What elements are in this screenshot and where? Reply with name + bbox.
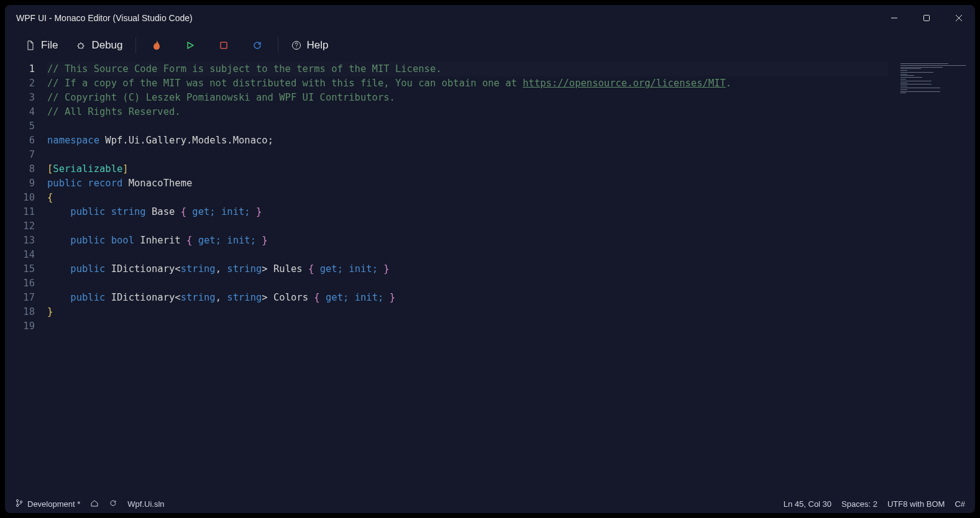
status-reload[interactable] — [109, 499, 117, 509]
help-menu-label: Help — [307, 39, 329, 52]
close-button[interactable] — [943, 5, 975, 31]
debug-menu[interactable]: Debug — [66, 35, 131, 55]
svg-rect-12 — [221, 42, 227, 48]
bug-icon — [75, 40, 86, 51]
status-cursor-label: Ln 45, Col 30 — [784, 499, 831, 509]
code-content[interactable]: // This Source Code Form is subject to t… — [47, 62, 975, 334]
status-encoding[interactable]: UTF8 with BOM — [887, 499, 945, 509]
stop-icon — [218, 40, 229, 51]
refresh-icon — [252, 40, 263, 51]
minimap[interactable] — [900, 63, 969, 93]
status-branch[interactable]: Development * — [15, 499, 80, 509]
stop-button[interactable] — [207, 36, 240, 55]
maximize-button[interactable] — [910, 5, 943, 31]
home-icon — [90, 499, 99, 509]
status-encoding-label: UTF8 with BOM — [887, 499, 945, 509]
app-window: WPF UI - Monaco Editor (Visual Studio Co… — [5, 5, 975, 513]
title-bar: WPF UI - Monaco Editor (Visual Studio Co… — [5, 5, 975, 31]
toolbar-separator — [278, 37, 278, 53]
run-button[interactable] — [173, 36, 207, 55]
minimize-button[interactable] — [878, 5, 910, 31]
toolbar-separator — [135, 37, 136, 53]
status-home[interactable] — [90, 499, 99, 509]
branch-icon — [15, 499, 24, 509]
reload-icon — [109, 499, 117, 509]
svg-point-17 — [20, 501, 22, 502]
window-title: WPF UI - Monaco Editor (Visual Studio Co… — [16, 13, 193, 23]
file-icon — [25, 40, 36, 51]
hot-reload-button[interactable] — [140, 36, 173, 55]
svg-line-10 — [78, 48, 80, 49]
svg-line-8 — [78, 43, 80, 45]
status-cursor[interactable]: Ln 45, Col 30 — [784, 499, 831, 509]
status-bar: Development * Wpf.Ui.sln Ln 45, Col 30 — [5, 494, 975, 513]
svg-rect-1 — [924, 16, 930, 21]
line-number-gutter: 12345678910111213141516171819 — [5, 62, 47, 334]
editor-area[interactable]: 12345678910111213141516171819 // This So… — [5, 60, 975, 494]
toolbar: File Debug — [5, 31, 975, 60]
help-icon — [291, 40, 302, 51]
status-language[interactable]: C# — [955, 499, 965, 509]
flame-icon — [151, 40, 162, 51]
restart-button[interactable] — [240, 36, 274, 55]
editor[interactable]: 12345678910111213141516171819 // This So… — [5, 60, 975, 334]
svg-line-11 — [83, 48, 84, 49]
debug-menu-label: Debug — [91, 39, 122, 52]
status-solution[interactable]: Wpf.Ui.sln — [127, 499, 164, 509]
play-icon — [185, 40, 196, 51]
file-menu-label: File — [41, 39, 58, 52]
svg-point-16 — [16, 504, 18, 506]
svg-point-14 — [296, 47, 296, 48]
file-menu[interactable]: File — [16, 35, 66, 55]
help-menu[interactable]: Help — [282, 35, 337, 55]
svg-line-9 — [83, 43, 84, 45]
status-spaces-label: Spaces: 2 — [841, 499, 877, 509]
svg-point-15 — [16, 499, 18, 501]
status-spaces[interactable]: Spaces: 2 — [841, 499, 877, 509]
status-language-label: C# — [955, 499, 965, 509]
status-branch-label: Development * — [27, 499, 80, 509]
status-solution-label: Wpf.Ui.sln — [127, 499, 164, 509]
window-controls — [878, 5, 975, 31]
